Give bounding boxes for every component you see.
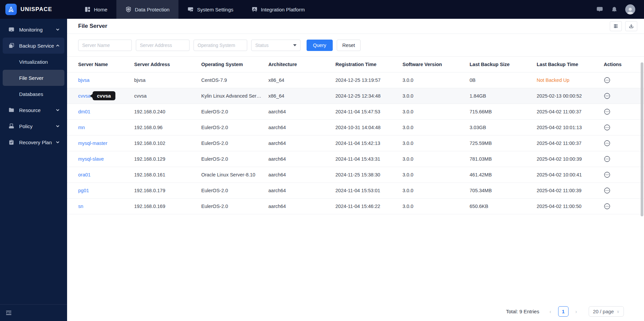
page-header: File Server	[67, 19, 644, 34]
operating-system-input[interactable]	[194, 40, 247, 51]
cell-address: 192.168.0.240	[134, 104, 201, 120]
more-actions-icon[interactable]	[604, 124, 610, 131]
page-number-button[interactable]: 1	[558, 306, 569, 317]
cell-arch: aarch64	[268, 167, 335, 183]
monitor-settings-icon	[187, 6, 194, 12]
sidebar-item-file-server[interactable]: File Server	[3, 70, 64, 86]
cell-registered: 2024-11-04 15:43:31	[335, 151, 402, 167]
chevron-up-icon	[56, 44, 60, 48]
message-icon[interactable]	[596, 6, 603, 13]
cell-actions	[604, 151, 644, 167]
sidebar-item-databases[interactable]: Databases	[0, 86, 67, 102]
cell-size: 0B	[470, 72, 537, 88]
chevron-down-icon: ∨	[616, 309, 620, 314]
tab-label: Integration Platform	[261, 7, 305, 12]
server-name-link[interactable]: mysql-master	[78, 141, 107, 146]
cell-name: mysql-slave	[67, 151, 134, 167]
more-actions-icon[interactable]	[604, 93, 610, 99]
server-name-link[interactable]: sn	[78, 204, 83, 209]
cell-name: bjvsa	[67, 72, 134, 88]
reset-button[interactable]: Reset	[337, 40, 361, 51]
sidebar-item-backup-service[interactable]: Backup Service	[3, 38, 64, 54]
query-button[interactable]: Query	[307, 40, 333, 51]
server-name-link[interactable]: cvvsa	[78, 93, 91, 99]
more-actions-icon[interactable]	[604, 140, 610, 147]
server-name-link[interactable]: mn	[78, 125, 85, 130]
cell-last-backup: 2025-04-02 11:00:50	[537, 199, 604, 214]
more-actions-icon[interactable]	[604, 203, 610, 210]
sidebar-item-virtualization[interactable]: Virtualization	[0, 54, 67, 70]
server-name-link[interactable]: ora01	[78, 172, 91, 177]
sidebar-item-label: Virtualization	[19, 59, 48, 65]
cell-arch: aarch64	[268, 183, 335, 199]
previous-page-button[interactable]: ‹	[547, 309, 553, 314]
status-select-value: Status	[255, 43, 269, 48]
table-body: bjvsabjvsaCentOS-7.9x86_642024-12-25 13:…	[67, 72, 644, 214]
vertical-scrollbar-thumb[interactable]	[641, 62, 643, 216]
cell-name: mn	[67, 120, 134, 136]
cell-address: 192.168.0.129	[134, 151, 201, 167]
cell-registered: 2024-11-04 15:42:13	[335, 136, 402, 151]
cell-registered: 2024-11-04 15:47:53	[335, 104, 402, 120]
cell-version: 3.0.0	[402, 151, 470, 167]
caret-down-icon	[293, 44, 297, 46]
status-select[interactable]: Status	[251, 40, 301, 51]
cell-version: 3.0.0	[402, 104, 470, 120]
tab-home[interactable]: Home	[75, 0, 116, 19]
sidebar-item-label: Resource	[19, 107, 41, 113]
sidebar-item-recovery-plan[interactable]: Recovery Plan	[0, 134, 67, 150]
cell-actions	[604, 72, 644, 88]
next-page-button[interactable]: ›	[573, 309, 579, 314]
cell-address: bjvsa	[134, 72, 201, 88]
cell-address: 192.168.0.96	[134, 120, 201, 136]
cell-last-backup: 2025-04-02 10:00:39	[537, 151, 604, 167]
more-actions-icon[interactable]	[604, 171, 610, 178]
sidebar-item-label: Backup Service	[19, 43, 54, 49]
table-row: ora01192.168.0.161Oracle Linux Server-8.…	[67, 167, 644, 183]
more-actions-icon[interactable]	[604, 187, 610, 194]
col-header-server-address: Server Address	[134, 57, 201, 72]
tab-data-protection[interactable]: Data Protection	[116, 0, 178, 19]
cell-registered: 2024-11-25 15:38:30	[335, 167, 402, 183]
bell-icon[interactable]	[611, 6, 618, 13]
brand: UNISPACE	[0, 0, 67, 19]
sidebar-item-monitoring[interactable]: Monitoring	[0, 21, 67, 38]
cell-arch: aarch64	[268, 199, 335, 214]
server-name-input[interactable]	[78, 40, 132, 51]
filter-bar: Status Query Reset	[67, 34, 644, 56]
more-actions-icon[interactable]	[604, 156, 610, 162]
server-name-link[interactable]: pg01	[78, 188, 89, 193]
cell-arch: x86_64	[268, 88, 335, 104]
sidebar-item-resource[interactable]: Resource	[0, 102, 67, 118]
sidebar-item-policy[interactable]: Policy	[0, 118, 67, 134]
server-address-input[interactable]	[136, 40, 190, 51]
tooltip-arrow	[90, 94, 93, 98]
export-download-button[interactable]	[625, 21, 637, 31]
cell-name: ora01	[67, 167, 134, 183]
tab-integration-platform[interactable]: Integration Platform	[243, 0, 314, 19]
cell-os: EulerOS-2.0	[201, 199, 268, 214]
user-avatar[interactable]	[625, 4, 635, 14]
cell-size: 650.6KB	[470, 199, 537, 214]
cell-os: EulerOS-2.0	[201, 120, 268, 136]
col-header-last-backup-time: Last Backup Time	[537, 57, 604, 72]
column-settings-button[interactable]	[610, 21, 622, 31]
cell-registered: 2024-11-04 15:46:22	[335, 199, 402, 214]
unispace-logo-icon	[5, 4, 17, 15]
collapse-sidebar-icon[interactable]	[5, 310, 12, 316]
page-size-select[interactable]: 20 / page ∨	[589, 306, 624, 317]
server-name-link[interactable]: dm01	[78, 109, 90, 114]
server-name-link[interactable]: mysql-slave	[78, 156, 104, 162]
cell-size: 725.59MB	[470, 136, 537, 151]
cell-os: EulerOS-2.0	[201, 183, 268, 199]
tab-system-settings[interactable]: System Settings	[178, 0, 242, 19]
more-actions-icon[interactable]	[604, 108, 610, 115]
tooltip-text: cvvsa	[93, 91, 115, 100]
col-header-last-backup-size: Last Backup Size	[470, 57, 537, 72]
more-actions-icon[interactable]	[604, 77, 610, 84]
server-name-link[interactable]: bjvsa	[78, 77, 90, 83]
col-header-server-name: Server Name	[67, 57, 134, 72]
sidebar-item-label: Databases	[19, 91, 43, 97]
clipboard-check-icon	[8, 139, 14, 145]
top-navigation-bar: UNISPACE Home Data Protection System Set…	[0, 0, 644, 19]
